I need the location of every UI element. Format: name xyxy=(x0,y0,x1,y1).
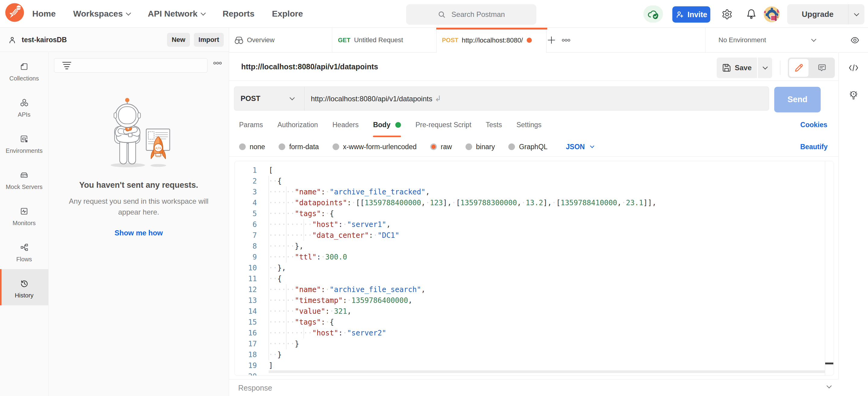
tab-untitled-request[interactable]: GET Untitled Request xyxy=(332,28,436,53)
settings-gear-icon[interactable] xyxy=(721,9,733,20)
tab-headers[interactable]: Headers xyxy=(333,121,359,129)
code-text: ······"value":·321, xyxy=(269,306,351,317)
environment-quick-look-eye-icon[interactable] xyxy=(850,36,860,45)
sidebar-item-monitors[interactable]: Monitors xyxy=(0,197,48,233)
chevron-down-icon xyxy=(290,95,295,100)
show-me-how-link[interactable]: Show me how xyxy=(49,229,229,237)
beautify-link[interactable]: Beautify xyxy=(800,137,828,156)
mode-binary[interactable]: binary xyxy=(466,143,495,151)
edit-mode-button[interactable] xyxy=(789,59,809,77)
tab-label: Untitled Request xyxy=(354,36,403,44)
global-search-input[interactable]: Search Postman xyxy=(406,4,536,25)
editor-vertical-scrollbar[interactable] xyxy=(825,161,834,375)
invite-button[interactable]: Invite xyxy=(672,6,710,23)
json-body-editor[interactable]: 1[2··{3······"name":·"archive_file_track… xyxy=(234,161,834,376)
request-tab-strip: Overview GET Untitled Request POST http:… xyxy=(229,28,868,53)
sidebar-item-mock-servers[interactable]: Mock Servers xyxy=(0,161,48,197)
body-mode-row: none form-data x-www-form-urlencoded raw… xyxy=(239,137,594,156)
code-text: ······"name":·"archive_file_search", xyxy=(269,284,425,295)
cookies-link[interactable]: Cookies xyxy=(801,115,827,135)
editor-lines: 1[2··{3······"name":·"archive_file_track… xyxy=(235,165,834,376)
workspace-title[interactable]: test-kairosDB xyxy=(22,28,67,52)
tab-label: Overview xyxy=(247,36,275,44)
sidebar-item-environments[interactable]: Environments xyxy=(0,125,48,161)
tab-authorization[interactable]: Authorization xyxy=(277,121,318,129)
new-tab-plus-icon[interactable] xyxy=(547,36,556,44)
mode-graphql[interactable]: GraphQL xyxy=(508,143,548,151)
divider xyxy=(780,61,780,75)
method-select[interactable]: POST xyxy=(234,87,305,110)
tab-more-options-icon[interactable] xyxy=(562,39,570,42)
left-column: test-kairosDB New Import Collections AP xyxy=(0,28,229,396)
line-number: 15 xyxy=(235,317,257,328)
chevron-down-icon xyxy=(763,65,768,70)
code-text: ······"datapoints":·[[1359788400000,·123… xyxy=(269,197,656,208)
user-avatar[interactable] xyxy=(764,6,780,22)
sidebar-item-label: APIs xyxy=(18,111,30,118)
language-select[interactable]: JSON xyxy=(566,143,594,151)
comment-mode-button[interactable] xyxy=(809,58,835,78)
chevron-down-icon xyxy=(811,37,816,42)
tab-post-datapoints[interactable]: POST http://localhost:8080/ xyxy=(436,28,547,53)
chevron-down-icon xyxy=(590,144,594,148)
line-number: 14 xyxy=(235,306,257,317)
send-button[interactable]: Send xyxy=(774,87,821,112)
cloud-sync-status[interactable] xyxy=(643,5,663,23)
import-button[interactable]: Import xyxy=(194,33,224,47)
code-text: ··········"host":·"server2" xyxy=(269,328,386,338)
history-clock-icon xyxy=(20,279,29,288)
nav-api-network[interactable]: API Network xyxy=(148,9,205,19)
tab-settings[interactable]: Settings xyxy=(517,121,541,129)
environment-selector[interactable]: No Environment xyxy=(705,28,868,53)
history-more-options-icon[interactable] xyxy=(213,62,222,65)
code-text: ······} xyxy=(269,338,299,349)
editor-line: 15······"tags":·{ xyxy=(235,317,834,328)
flows-icon xyxy=(20,242,29,252)
save-button[interactable]: Save xyxy=(717,58,757,78)
sidebar-item-history[interactable]: History xyxy=(0,269,48,305)
radio-icon xyxy=(239,143,246,150)
code-snippet-icon[interactable] xyxy=(839,64,868,72)
tab-params[interactable]: Params xyxy=(239,121,263,129)
line-number: 20 xyxy=(235,371,257,376)
lightbulb-tips-icon[interactable] xyxy=(839,90,868,101)
sidebar-item-apis[interactable]: APIs xyxy=(0,88,48,125)
tab-tests[interactable]: Tests xyxy=(486,121,502,129)
postman-logo-icon[interactable] xyxy=(5,3,24,22)
response-section-header[interactable]: Response xyxy=(229,379,839,396)
tab-body[interactable]: Body xyxy=(373,121,401,129)
tab-pre-request-script[interactable]: Pre-request Script xyxy=(415,121,471,129)
nav-workspaces[interactable]: Workspaces xyxy=(73,9,130,19)
request-title-row: http://localhost:8080/api/v1/datapoints … xyxy=(229,53,839,81)
new-button[interactable]: New xyxy=(167,33,190,47)
save-options-chevron[interactable] xyxy=(758,58,772,78)
nav-explore[interactable]: Explore xyxy=(272,9,303,19)
request-section-tabs: Params Authorization Headers Body Pre-re… xyxy=(239,115,541,135)
upgrade-button[interactable]: Upgrade xyxy=(787,4,864,24)
mode-x-www-form-urlencoded[interactable]: x-www-form-urlencoded xyxy=(333,143,417,151)
response-label: Response xyxy=(238,380,272,396)
editor-line: 3······"name":·"archive_file_tracked", xyxy=(235,187,834,197)
url-input[interactable]: http://localhost:8080/api/v1/datapoints↲ xyxy=(311,94,769,103)
nav-home[interactable]: Home xyxy=(32,9,56,19)
history-panel: </> xyxy=(49,52,229,396)
scrollbar-thumb[interactable] xyxy=(825,363,833,364)
line-number: 5 xyxy=(235,208,257,219)
line-number: 4 xyxy=(235,197,257,208)
mode-form-data[interactable]: form-data xyxy=(279,143,319,151)
editor-horizontal-scrollbar[interactable] xyxy=(269,370,825,373)
code-text: ··{ xyxy=(269,176,282,187)
editor-line: 6··········"host":·"server1", xyxy=(235,219,834,230)
sidebar-item-collections[interactable]: Collections xyxy=(0,52,48,88)
tab-label: Body xyxy=(373,121,391,129)
nav-reports[interactable]: Reports xyxy=(222,9,254,19)
mode-none[interactable]: none xyxy=(239,143,265,151)
sidebar-item-flows[interactable]: Flows xyxy=(0,233,48,269)
history-filter-input[interactable] xyxy=(54,58,208,73)
code-text: ······"timestamp":·1359786400000, xyxy=(269,295,412,306)
line-number: 13 xyxy=(235,295,257,306)
mode-raw[interactable]: raw xyxy=(430,143,452,151)
notifications-bell-icon[interactable] xyxy=(746,8,757,20)
tab-overview[interactable]: Overview xyxy=(229,28,332,53)
editor-line: 1[ xyxy=(235,165,834,176)
